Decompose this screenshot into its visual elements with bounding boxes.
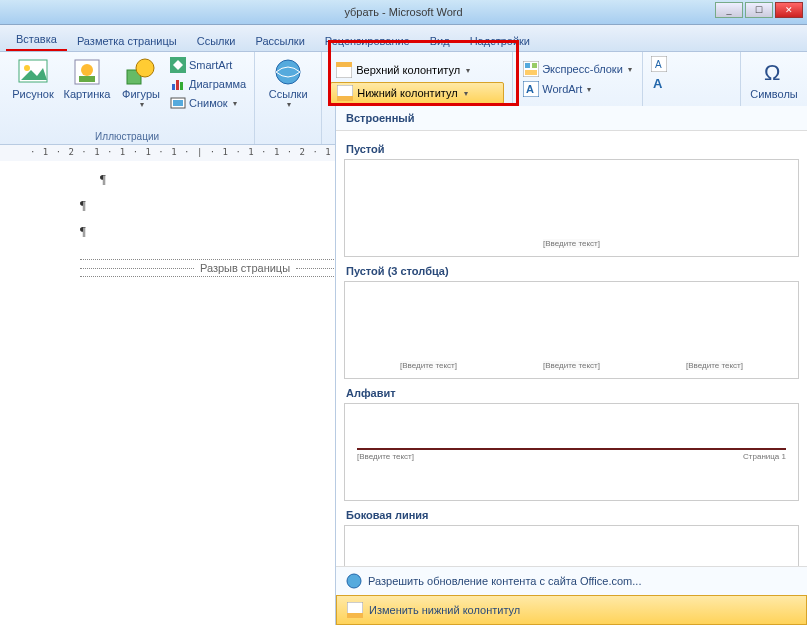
links-button[interactable]: Ссылки▾ (261, 54, 315, 111)
svg-text:A: A (655, 59, 662, 70)
smartart-icon (170, 57, 186, 73)
close-button[interactable]: ✕ (775, 2, 803, 18)
title-bar: убрать - Microsoft Word _ ☐ ✕ (0, 0, 807, 25)
chevron-down-icon: ▾ (464, 89, 468, 98)
footer-gallery-dropdown: Встроенный Пустой [Введите текст] Пустой… (335, 106, 807, 625)
wordart-button[interactable]: AWordArt▾ (521, 80, 634, 98)
picture-button[interactable]: Рисунок (6, 54, 60, 102)
tab-references[interactable]: Ссылки (187, 30, 246, 51)
picture-icon (17, 56, 49, 88)
shapes-button[interactable]: Фигуры▾ (114, 54, 168, 111)
chevron-down-icon: ▾ (140, 100, 144, 109)
tab-page-layout[interactable]: Разметка страницы (67, 30, 187, 51)
dropcap-icon[interactable]: A (651, 75, 667, 91)
quickparts-button[interactable]: Экспресс-блоки▾ (521, 60, 634, 78)
clipart-button[interactable]: Картинка (60, 54, 114, 102)
edit-footer[interactable]: Изменить нижний колонтитул (336, 595, 807, 625)
gallery-item-blank[interactable]: [Введите текст] (344, 159, 799, 257)
tab-review[interactable]: Рецензирование (315, 30, 420, 51)
chevron-down-icon: ▾ (628, 65, 632, 74)
quickparts-icon (523, 61, 539, 77)
svg-rect-17 (337, 96, 353, 101)
gallery-item-blank3[interactable]: [Введите текст] [Введите текст] [Введите… (344, 281, 799, 379)
gallery-item-sideline-title: Боковая линия (346, 509, 797, 521)
header-icon (336, 62, 352, 78)
smartart-button[interactable]: SmartArt (168, 56, 248, 74)
symbols-button[interactable]: Ω Символы (747, 54, 801, 102)
links-icon (272, 56, 304, 88)
svg-point-1 (24, 65, 30, 71)
header-button[interactable]: Верхний колонтитул▾ (330, 60, 504, 80)
svg-rect-9 (176, 80, 179, 90)
svg-point-28 (347, 574, 361, 588)
svg-rect-19 (525, 63, 530, 68)
svg-rect-12 (173, 100, 183, 106)
textbox-icon[interactable]: A (651, 56, 667, 72)
gallery-item-blank3-title: Пустой (3 столбца) (346, 265, 797, 277)
tab-view[interactable]: Вид (420, 30, 460, 51)
shapes-icon (125, 56, 157, 88)
ribbon-tabs: Вставка Разметка страницы Ссылки Рассылк… (0, 25, 807, 52)
chevron-down-icon: ▾ (587, 85, 591, 94)
svg-rect-20 (532, 63, 537, 68)
svg-point-3 (81, 64, 93, 76)
screenshot-button[interactable]: Снимок▾ (168, 94, 248, 112)
chevron-down-icon: ▾ (466, 66, 470, 75)
tab-insert[interactable]: Вставка (6, 28, 67, 51)
svg-point-13 (276, 60, 300, 84)
gallery-footer: Разрешить обновление контента с сайта Of… (336, 566, 807, 625)
group-label-illustrations: Иллюстрации (0, 129, 254, 144)
footer-icon (337, 85, 353, 101)
gallery-item-blank-title: Пустой (346, 143, 797, 155)
gallery-scroll[interactable]: Пустой [Введите текст] Пустой (3 столбца… (336, 131, 807, 566)
gallery-item-sideline[interactable] (344, 525, 799, 566)
svg-rect-8 (172, 84, 175, 90)
chart-button[interactable]: Диаграмма (168, 75, 248, 93)
omega-icon: Ω (758, 56, 790, 88)
footer-button[interactable]: Нижний колонтитул▾ (330, 82, 504, 104)
svg-rect-4 (79, 76, 95, 82)
clipart-icon (71, 56, 103, 88)
enable-office-updates[interactable]: Разрешить обновление контента с сайта Of… (336, 567, 807, 595)
svg-text:A: A (653, 76, 663, 91)
svg-text:Ω: Ω (764, 60, 780, 85)
minimize-button[interactable]: _ (715, 2, 743, 18)
gallery-item-alphabet-title: Алфавит (346, 387, 797, 399)
svg-rect-21 (525, 70, 537, 75)
edit-footer-icon (347, 602, 363, 618)
gallery-section-builtin: Встроенный (336, 106, 807, 131)
svg-rect-30 (347, 613, 363, 618)
svg-text:A: A (526, 83, 534, 95)
chart-icon (170, 76, 186, 92)
tab-addins[interactable]: Надстройки (460, 30, 540, 51)
chevron-down-icon: ▾ (287, 100, 291, 109)
maximize-button[interactable]: ☐ (745, 2, 773, 18)
window-title: убрать - Microsoft Word (344, 6, 462, 18)
svg-rect-10 (180, 82, 183, 90)
chevron-down-icon: ▾ (233, 99, 237, 108)
screenshot-icon (170, 95, 186, 111)
svg-point-6 (136, 59, 154, 77)
tab-mailings[interactable]: Рассылки (245, 30, 314, 51)
gallery-item-alphabet[interactable]: [Введите текст]Страница 1 (344, 403, 799, 501)
svg-rect-15 (336, 62, 352, 67)
wordart-icon: A (523, 81, 539, 97)
globe-icon (346, 573, 362, 589)
